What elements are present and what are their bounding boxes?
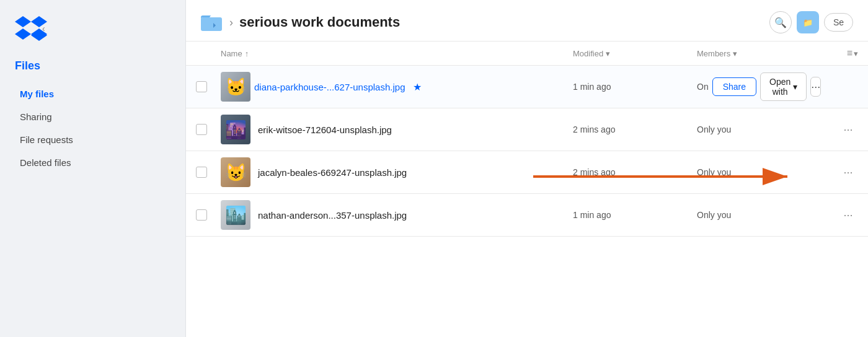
- row-2-more-button[interactable]: ···: [838, 120, 858, 139]
- members-col-label: Members: [697, 49, 730, 58]
- row-4-file-name: nathan-anderson...357-unsplash.jpg: [258, 210, 407, 221]
- search-button[interactable]: 🔍: [769, 11, 792, 33]
- name-col-label: Name: [221, 49, 242, 58]
- breadcrumb-separator: ›: [229, 16, 233, 29]
- row-1-checkbox[interactable]: [196, 81, 221, 92]
- modified-col-label: Modified: [573, 49, 603, 58]
- row-4-file-info: 🏙️ nathan-anderson...357-unsplash.jpg: [221, 200, 573, 230]
- file-table: 🐱 diana-parkhouse-...627-unsplash.jpg ★ …: [186, 66, 868, 337]
- search-icon: 🔍: [774, 17, 787, 28]
- row-1-file-info: 🐱 diana-parkhouse-...627-unsplash.jpg ★: [221, 72, 573, 102]
- sidebar: ‹ Files My files Sharing File requests D…: [0, 0, 186, 337]
- row-4-modified: 1 min ago: [573, 210, 697, 220]
- sidebar-item-deleted-files[interactable]: Deleted files: [5, 151, 180, 174]
- row-2-file-info: 🌆 erik-witsoe-712604-unsplash.jpg: [221, 115, 573, 144]
- row-4-checkbox[interactable]: [196, 209, 221, 221]
- open-with-button[interactable]: Open with ▾: [760, 72, 807, 101]
- row-3-checkbox[interactable]: [196, 167, 221, 178]
- row-3-more-button[interactable]: ···: [838, 162, 858, 182]
- table-row: 🌆 erik-witsoe-712604-unsplash.jpg 2 mins…: [186, 108, 868, 151]
- row-3-file-name: jacalyn-beales-669247-unsplash.jpg: [258, 167, 407, 178]
- row-1-thumbnail: 🐱: [221, 72, 250, 102]
- row-2-file-name: erik-witsoe-712604-unsplash.jpg: [258, 125, 392, 135]
- svg-marker-0: [15, 16, 31, 27]
- row-1-actions-area: On Share Open with ▾ ···: [697, 72, 821, 101]
- members-col-header[interactable]: Members ▾: [697, 49, 821, 58]
- sidebar-item-my-files[interactable]: My files: [5, 82, 180, 105]
- row-1-members-on: On: [697, 82, 709, 92]
- share-button[interactable]: Share: [712, 77, 756, 96]
- modified-col-header[interactable]: Modified ▾: [573, 49, 697, 58]
- sidebar-back-icon[interactable]: ‹: [42, 24, 45, 33]
- row-2-modified: 2 mins ago: [573, 125, 697, 134]
- row-4-more-icon: ···: [843, 209, 852, 222]
- row-2-members: Only you: [697, 125, 821, 134]
- folder-icon[interactable]: [201, 14, 223, 31]
- name-sort-icon: ↑: [245, 49, 249, 58]
- row-4-more-button[interactable]: ···: [838, 205, 858, 225]
- row-3-more-icon: ···: [843, 166, 852, 179]
- row-1-file-name[interactable]: diana-parkhouse-...627-unsplash.jpg: [254, 82, 405, 92]
- view-dropdown-icon: ▾: [854, 49, 858, 58]
- modified-sort-icon: ▾: [606, 49, 610, 58]
- folder-view-icon: 📁: [803, 18, 813, 27]
- row-4-thumbnail: 🏙️: [221, 200, 250, 230]
- main-content: › serious work documents 🔍 📁 Se: [186, 0, 868, 337]
- sidebar-item-sharing[interactable]: Sharing: [5, 105, 180, 128]
- breadcrumb-folder-name: serious work documents: [239, 14, 400, 30]
- breadcrumb: › serious work documents: [201, 14, 400, 31]
- file-table-wrapper: Name ↑ Modified ▾ Members ▾ ≡ ▾: [186, 42, 868, 337]
- open-with-label: Open with: [769, 77, 790, 97]
- row-2-checkbox[interactable]: [196, 124, 221, 135]
- row-1-modified: 1 min ago: [573, 82, 697, 92]
- svg-rect-5: [201, 17, 222, 31]
- row-1-star-icon[interactable]: ★: [413, 81, 422, 93]
- table-row: 😺 jacalyn-beales-669247-unsplash.jpg 2 m…: [186, 151, 868, 194]
- row-3-actions: ···: [821, 162, 858, 182]
- row-4-members: Only you: [697, 210, 821, 220]
- folder-view-button[interactable]: 📁: [797, 11, 819, 33]
- header-actions: 🔍 📁 Se: [769, 11, 853, 33]
- view-col-header[interactable]: ≡ ▾: [821, 48, 858, 59]
- row-3-thumbnail: 😺: [221, 157, 250, 187]
- table-row: 🐱 diana-parkhouse-...627-unsplash.jpg ★ …: [186, 66, 868, 108]
- row-1-more-icon: ···: [811, 81, 820, 94]
- name-col-header[interactable]: Name ↑: [221, 49, 573, 58]
- sidebar-files-label: Files: [0, 59, 185, 82]
- sidebar-item-file-requests[interactable]: File requests: [5, 128, 180, 151]
- table-row: 🏙️ nathan-anderson...357-unsplash.jpg 1 …: [186, 194, 868, 237]
- row-3-file-info: 😺 jacalyn-beales-669247-unsplash.jpg: [221, 157, 573, 187]
- dropbox-logo: ‹: [0, 15, 185, 59]
- row-2-more-icon: ···: [843, 123, 852, 136]
- row-4-actions: ···: [821, 205, 858, 225]
- open-with-dropdown-icon: ▾: [793, 82, 797, 92]
- members-sort-icon: ▾: [733, 49, 737, 58]
- sidebar-items: My files Sharing File requests Deleted f…: [0, 82, 185, 174]
- row-2-thumbnail: 🌆: [221, 115, 250, 144]
- svg-marker-2: [15, 28, 31, 40]
- row-1-more-button[interactable]: ···: [810, 77, 821, 97]
- search-text-btn[interactable]: Se: [824, 13, 853, 32]
- view-icon: ≡: [847, 48, 852, 59]
- main-header: › serious work documents 🔍 📁 Se: [186, 0, 868, 42]
- row-3-modified: 2 mins ago: [573, 167, 697, 177]
- row-3-members: Only you: [697, 167, 821, 177]
- row-2-actions: ···: [821, 120, 858, 139]
- table-header: Name ↑ Modified ▾ Members ▾ ≡ ▾: [186, 42, 868, 66]
